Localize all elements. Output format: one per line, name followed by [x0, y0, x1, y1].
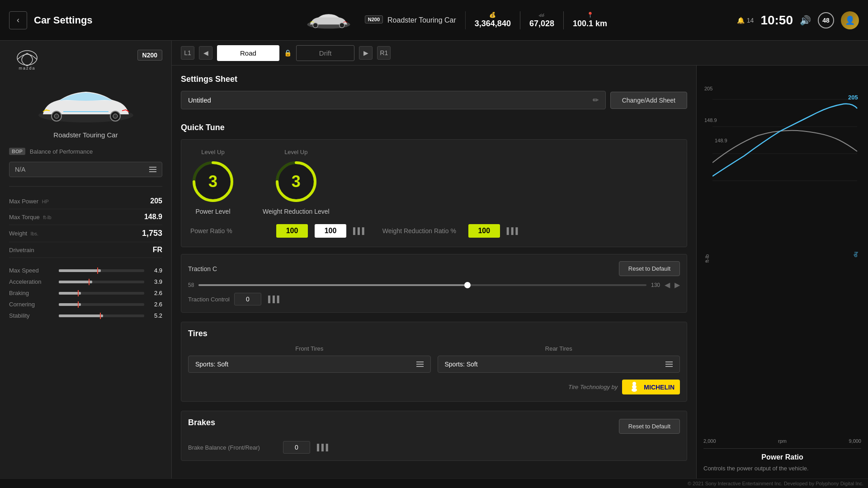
power-ratio-value2[interactable]: 100: [315, 224, 346, 238]
perf-bar: [59, 314, 103, 317]
front-tire-menu[interactable]: [416, 361, 424, 367]
power-ratio-value[interactable]: 100: [276, 224, 308, 238]
perf-marker: [97, 267, 98, 274]
svg-text:205: 205: [848, 94, 858, 101]
sheet-name-input[interactable]: Untitled ✏: [181, 91, 606, 109]
perf-bar-container: [59, 281, 144, 283]
brakes-section: Brakes Reset to Default Brake Balance (F…: [181, 411, 687, 461]
max-power-row: Max Power HP 205: [9, 193, 162, 209]
power-ratio-bar-icon[interactable]: ▐▐▐: [351, 227, 364, 235]
slider-fill: [198, 284, 467, 286]
car-name-sidebar: Roadster Touring Car: [53, 131, 118, 139]
tires-header: Tires: [188, 329, 680, 338]
slider-thumb[interactable]: [464, 282, 471, 288]
tab-right-arrow[interactable]: ▶: [359, 46, 373, 60]
brakes-reset-button[interactable]: Reset to Default: [619, 419, 680, 434]
weight-level-item: Level Up 3 Weight Reduction Lev: [263, 149, 330, 215]
slider-next-arrow[interactable]: ▶: [675, 281, 680, 289]
edit-icon[interactable]: ✏: [593, 96, 599, 104]
weight-level-label: Weight Reduction Level: [263, 208, 330, 215]
weight-dial[interactable]: 3: [274, 159, 319, 204]
front-tire-value: Sports: Soft: [195, 361, 228, 368]
perf-label: Braking: [9, 290, 54, 296]
car-name-top: Roadster Touring Car: [387, 16, 456, 24]
copyright: © 2021 Sony Interactive Entertainment In…: [0, 479, 868, 488]
perf-bar-container: [59, 314, 144, 317]
weight-ratio-value[interactable]: 100: [468, 224, 500, 238]
rear-tire-button[interactable]: Sports: Soft: [438, 356, 680, 373]
tab-prev-button[interactable]: L1: [181, 46, 194, 60]
ftlb-axis-label: ft-lb: [704, 254, 710, 263]
distance-stat: 📍 100.1 km: [573, 12, 607, 28]
michelin-by-label: Tire Technology by: [568, 384, 618, 390]
tab-road[interactable]: Road: [217, 45, 279, 61]
perf-bar: [59, 269, 101, 272]
perf-label: Stability: [9, 312, 54, 319]
power-chart-svg: 205 148.9: [712, 72, 868, 199]
brake-balance-label: Brake Balance (Front/Rear): [188, 444, 278, 451]
lock-icon: 🔒: [284, 49, 292, 56]
brake-balance-value[interactable]: 0: [283, 441, 310, 454]
bop-menu-icon[interactable]: [149, 167, 156, 172]
back-button[interactable]: ‹: [9, 11, 27, 29]
slider-row: 58 130 ◀ ▶: [188, 281, 680, 289]
rpm-mid-label: rpm: [778, 438, 787, 444]
change-sheet-button[interactable]: Change/Add Sheet: [610, 92, 687, 109]
reset-default-button[interactable]: Reset to Default: [619, 261, 680, 276]
slider-prev-arrow[interactable]: ◀: [665, 281, 670, 289]
credits-value: 3,364,840: [475, 19, 511, 28]
power-dial-number: 3: [208, 172, 217, 191]
front-tire-col: Front Tires Sports: Soft: [188, 345, 431, 373]
chart-title: Power Ratio: [703, 448, 861, 461]
traction-section: Traction C Reset to Default 58 130: [181, 254, 687, 313]
quick-tune-section: Quick Tune Level Up: [181, 123, 687, 313]
rear-tire-menu[interactable]: [665, 361, 673, 367]
svg-point-1: [313, 23, 318, 28]
brake-bar-icon[interactable]: ▐▐▐: [315, 444, 328, 451]
car-image-top: [302, 7, 356, 34]
traction-slider[interactable]: [198, 284, 646, 286]
michelin-logo: MICHELIN: [622, 380, 680, 394]
performance-section: Max Speed 4.9 Acceleration 3.9 Braking: [9, 267, 162, 324]
tc-value[interactable]: 0: [234, 293, 261, 305]
bop-section: BOP Balance of Performance: [9, 148, 162, 155]
perf-marker: [78, 290, 79, 296]
power-dial[interactable]: 3: [190, 159, 236, 204]
drivetrain-row: Drivetrain FR: [9, 242, 162, 258]
tc-bar-icon[interactable]: ▐▐▐: [266, 296, 279, 303]
tires-grid: Front Tires Sports: Soft Rear Tires: [188, 345, 680, 373]
michelin-row: Tire Technology by MICHELIN: [188, 380, 680, 394]
perf-value: 5.2: [149, 312, 162, 319]
svg-text:148.9: 148.9: [715, 138, 727, 143]
settings-sheet-header: Settings Sheet: [181, 75, 687, 84]
brand-logo: mazda: [9, 50, 45, 70]
credits-stat: 💰 3,364,840: [475, 12, 511, 28]
power-ratio-label: Power Ratio %: [190, 227, 272, 235]
time-display: 10:50: [760, 13, 793, 28]
bop-na-value: N/A: [15, 166, 25, 173]
tab-r1[interactable]: R1: [377, 46, 391, 60]
class-badge-sidebar: N200: [137, 50, 162, 61]
top-bar: ‹ Car Settings N200 Roadster Touring Car…: [0, 0, 868, 41]
front-tire-button[interactable]: Sports: Soft: [188, 356, 431, 373]
tab-drift[interactable]: Drift: [296, 45, 355, 61]
max-torque-row: Max Torque ft-lb 148.9: [9, 209, 162, 225]
weight-level-up-label: Level Up: [284, 149, 307, 155]
tab-left-arrow[interactable]: ◀: [199, 46, 212, 60]
max-torque-value: 148.9: [144, 213, 162, 221]
drivetrain-value: FR: [153, 246, 162, 254]
chart-wrapper: 205 148.9 ft-lb hp: [703, 72, 861, 436]
car-display: Roadster Touring Car: [9, 81, 162, 139]
svg-point-15: [632, 382, 636, 385]
distance-value: 100.1 km: [573, 19, 607, 28]
mazda-logo-svg: mazda: [9, 50, 45, 70]
weight-ratio-bar-icon[interactable]: ▐▐▐: [505, 227, 518, 235]
chart-area: 205 148.9 ft-lb hp: [696, 66, 868, 479]
rpm-min-label: 2,000: [703, 438, 716, 444]
sidebar: mazda N200: [0, 41, 172, 479]
stats-section: Max Power HP 205 Max Torque ft-lb 148.9 …: [9, 186, 162, 258]
tc-value-row: Traction Control 0 ▐▐▐: [188, 293, 680, 305]
rear-tire-value: Sports: Soft: [445, 361, 478, 368]
top-bar-stats: 💰 3,364,840 🏎 67,028 📍 100.1 km: [475, 11, 607, 29]
perf-value: 3.9: [149, 278, 162, 285]
